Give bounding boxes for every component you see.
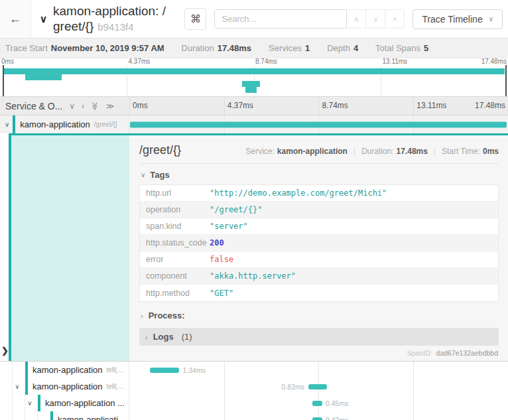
collapse-all-icon[interactable]: ≫ [91, 102, 99, 110]
process-section-toggle[interactable]: › Process: [139, 302, 499, 320]
trace-operation: greet/{} [53, 19, 94, 33]
tag-row: span.kind "server" [140, 218, 498, 235]
trace-title: kamon-application: / greet/{}b9413f4 [53, 3, 166, 35]
stat-value: 5 [424, 43, 428, 53]
search-prev-button[interactable]: ∧ [347, 9, 366, 29]
span-timeline-cell[interactable]: 0.45ms [129, 395, 508, 411]
span-timeline-cell[interactable]: 0.42ms [129, 411, 508, 420]
indent-guide [25, 411, 38, 420]
start-time-label: Start Time: [442, 147, 480, 156]
root-span-row[interactable]: ∨ kamon-application /greet/{} [0, 115, 508, 133]
tags-section-title: Tags [150, 170, 169, 180]
chevron-slot[interactable]: ∨ [25, 399, 38, 407]
child-span-rows: kamon-application tell(… 1.34ms ∨ kamon-… [0, 362, 508, 420]
view-selector-button[interactable]: Trace Timeline ∨ [413, 9, 503, 29]
collapse-children-icon[interactable]: ∨ [5, 121, 9, 128]
service-color-accent [25, 378, 28, 395]
tags-table: http.url "http://demo.example.com/greet/… [139, 184, 499, 302]
trace-viewer: ← ∨ kamon-application: / greet/{}b9413f4… [0, 0, 508, 420]
tag-key: component [140, 271, 210, 281]
span-bar[interactable] [312, 417, 322, 420]
duration-value: 17.48ms [397, 147, 428, 156]
depth-stat: Depth4 [327, 43, 358, 53]
meta-divider [354, 147, 355, 156]
service-color-accent [25, 362, 28, 378]
span-duration-label: 1.34ms [183, 366, 206, 374]
trace-title-area: ∨ kamon-application: / greet/{}b9413f4 [31, 0, 166, 38]
search-next-button[interactable]: ∨ [366, 9, 385, 29]
search-clear-button[interactable]: × [385, 9, 405, 29]
close-icon: × [393, 15, 397, 24]
expand-one-icon[interactable]: › [82, 102, 84, 110]
span-duration-label: 0.82ms [282, 383, 304, 391]
logs-section-toggle[interactable]: › Logs (1) [139, 328, 499, 346]
minimap-right-scrubber[interactable] [505, 65, 507, 96]
timeline-tick: 4.37ms [224, 101, 253, 110]
trace-title-line2: greet/{}b9413f4 [53, 19, 166, 35]
chevron-right-icon: › [145, 333, 148, 341]
tag-value: "akka.http.server" [210, 271, 296, 281]
detail-row-chevron-icon[interactable]: ❯ [1, 346, 9, 356]
span-name-cell[interactable]: kamon-application tell(… [0, 362, 129, 378]
span-row[interactable]: kamon-applicati... 0.42ms [0, 411, 508, 420]
detail-name-column-fill[interactable] [11, 135, 129, 361]
tag-key: operation [140, 205, 210, 214]
span-name-cell[interactable]: ∨ kamon-application ... [0, 395, 129, 411]
indent-guide [0, 378, 13, 395]
span-detail-zone: ❯ /greet/{} Service: kamon-application D… [0, 135, 508, 362]
tag-key: http.status_code [140, 238, 210, 247]
trace-minimap[interactable] [0, 65, 508, 97]
span-timeline-cell[interactable]: 0.82ms [129, 378, 508, 395]
root-span-bar[interactable] [130, 121, 507, 127]
trace-start-stat: Trace StartNovember 10, 2019 9:57 AM [5, 43, 164, 53]
service-name: kamon-applicati... [58, 415, 125, 420]
root-span-name-cell[interactable]: ∨ kamon-application /greet/{} [0, 115, 129, 133]
detail-meta: Service: kamon-application Duration: 17.… [246, 147, 499, 156]
minimap-span-bar [3, 68, 505, 74]
span-name-cell[interactable]: kamon-applicati... [0, 411, 129, 420]
header-controls: ⌘ ∧ ∨ × Trace Timeline ∨ [184, 0, 508, 38]
span-name-cell[interactable]: ∨ kamon-application tell(… [0, 378, 129, 395]
stat-label: Trace Start [5, 43, 48, 53]
command-icon: ⌘ [190, 13, 201, 25]
span-bar[interactable] [312, 401, 322, 406]
detail-header: /greet/{} Service: kamon-application Dur… [139, 143, 499, 164]
back-button[interactable]: ← [0, 0, 31, 38]
logs-label: Logs [153, 332, 174, 342]
span-timeline-cell[interactable]: 1.34ms [129, 362, 508, 378]
services-stat: Services1 [269, 43, 310, 53]
tags-section-toggle[interactable]: ∨ Tags [139, 164, 499, 184]
tag-row: http.status_code 200 [140, 235, 498, 251]
timeline-tick: 17.48ms [475, 101, 505, 110]
caret-down-icon: ∨ [489, 15, 493, 23]
collapse-one-icon[interactable]: ∨ [69, 102, 75, 110]
root-span-timeline-cell[interactable] [129, 115, 508, 133]
span-bar[interactable] [150, 368, 179, 373]
meta-divider [434, 147, 435, 156]
chevron-up-icon: ∧ [353, 15, 359, 24]
span-row[interactable]: ∨ kamon-application tell(… 0.82ms [0, 378, 508, 395]
operation-name: /greet/{} [94, 121, 117, 128]
service-name: kamon-application ... [45, 398, 125, 408]
stat-value: 17.48ms [218, 43, 251, 53]
keyboard-shortcuts-button[interactable]: ⌘ [184, 8, 206, 30]
trace-id: b9413f4 [97, 21, 133, 33]
search-input[interactable] [214, 9, 347, 29]
chevron-slot[interactable]: ∨ [13, 383, 25, 390]
minimap-span-bar [245, 87, 257, 93]
timeline-tick: 13.11ms [413, 101, 446, 110]
span-row[interactable]: ∨ kamon-application ... 0.45ms [0, 395, 508, 411]
minimap-left-scrubber[interactable] [3, 65, 4, 96]
service-name: kamon-application [20, 119, 90, 129]
stat-label: Duration [182, 43, 214, 53]
indent-guide [0, 395, 13, 411]
collapse-trace-icon[interactable]: ∨ [40, 13, 47, 25]
collapse-children-icon: ∨ [27, 399, 32, 407]
span-row[interactable]: kamon-application tell(… 1.34ms [0, 362, 508, 378]
span-id-label: SpanID: [407, 349, 432, 357]
span-detail-panel: /greet/{} Service: kamon-application Dur… [129, 135, 508, 361]
span-bar[interactable] [308, 384, 327, 389]
expand-all-icon[interactable]: ≫ [106, 102, 115, 110]
back-arrow-icon: ← [9, 12, 22, 27]
service-color-accent [50, 411, 53, 420]
